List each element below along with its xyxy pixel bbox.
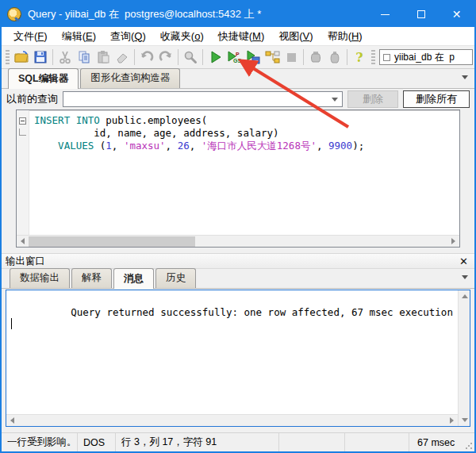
- minimize-button[interactable]: [367, 2, 403, 27]
- window-title: Query - yiibai_db 在 postgres@localhost:5…: [28, 7, 367, 21]
- jar-icon: [327, 49, 343, 65]
- paste-button[interactable]: [94, 48, 113, 67]
- scroll-down-icon[interactable]: [459, 414, 470, 426]
- svg-text:P: P: [236, 52, 240, 57]
- toolbar-separator: [52, 49, 53, 65]
- toolbar-grip[interactable]: [6, 50, 10, 64]
- help-icon: ?: [355, 50, 363, 65]
- close-icon: ✕: [452, 9, 462, 20]
- fold-margin[interactable]: [17, 110, 29, 235]
- output-tab-2[interactable]: 消息: [113, 268, 154, 289]
- toolbar-separator: [303, 49, 304, 65]
- delete-button[interactable]: 删除: [347, 90, 398, 108]
- copy-icon: [76, 49, 92, 65]
- open-folder-icon: [13, 49, 29, 65]
- toolbar-grip[interactable]: [371, 50, 375, 64]
- status-segment-1: DOS: [78, 433, 116, 451]
- fold-marker-0[interactable]: [17, 114, 29, 127]
- menu-item-q[interactable]: 查询(Q): [103, 27, 153, 46]
- query-window: Query - yiibai_db 在 postgres@localhost:5…: [0, 0, 476, 453]
- editor-horizontal-scrollbar[interactable]: [17, 235, 459, 247]
- scroll-left-icon[interactable]: [17, 236, 29, 248]
- editor-tab-1[interactable]: 图形化查询构造器: [80, 68, 180, 88]
- delete-all-button[interactable]: 删除所有: [403, 90, 470, 108]
- find-button[interactable]: [181, 48, 200, 67]
- status-segment-2: 行 3，列 17，字符 91: [116, 433, 279, 451]
- scroll-right-icon[interactable]: [446, 415, 458, 427]
- chevron-down-icon: [332, 98, 338, 102]
- fold-marker-1[interactable]: [17, 127, 29, 140]
- menu-item-e[interactable]: 编辑(E): [55, 27, 103, 46]
- output-tab-0[interactable]: 数据输出: [10, 268, 70, 288]
- toolbar-separator: [134, 49, 135, 65]
- scroll-right-icon[interactable]: [447, 236, 459, 248]
- message-wrap: Query returned successfully: one row aff…: [2, 289, 474, 427]
- output-tab-3[interactable]: 历史: [155, 268, 196, 288]
- output-tab-1[interactable]: 解释: [71, 268, 112, 288]
- close-button[interactable]: ✕: [439, 2, 474, 27]
- message-text-area[interactable]: Query returned successfully: one row aff…: [6, 290, 458, 414]
- sql-editor[interactable]: INSERT INTO public.employees( id, name, …: [16, 109, 460, 248]
- execute-to-file-icon: [245, 49, 261, 65]
- sql-line-2: VALUES (1, 'maxsu', 26, '海口市人民大道1268号', …: [34, 140, 459, 152]
- menu-item-o[interactable]: 收藏夹(o): [153, 27, 211, 46]
- eraser-icon: [114, 49, 130, 65]
- title-bar: Query - yiibai_db 在 postgres@localhost:5…: [2, 2, 474, 27]
- text-cursor: [11, 318, 12, 329]
- toolbar: P GS: [2, 46, 474, 69]
- redo-button[interactable]: [156, 48, 175, 67]
- cancel-query-button[interactable]: [282, 48, 301, 67]
- scissors-icon: [57, 49, 73, 65]
- editor-tab-0[interactable]: SQL编辑器: [8, 68, 79, 89]
- maximize-button[interactable]: [403, 2, 439, 27]
- scroll-left-icon[interactable]: [6, 415, 18, 427]
- editor-wrap: INSERT INTO public.employees( id, name, …: [2, 109, 474, 248]
- previous-query-combo[interactable]: [63, 91, 343, 107]
- status-bar: 一行受到影响。DOS行 3，列 17，字符 9167 msec: [2, 432, 474, 451]
- save-button[interactable]: [31, 48, 50, 67]
- tab-overflow-icon[interactable]: [462, 75, 468, 79]
- undo-button[interactable]: [137, 48, 156, 67]
- output-close-icon[interactable]: ✕: [459, 256, 468, 267]
- database-color-icon: [383, 54, 390, 61]
- query-result-message: Query returned successfully: one row aff…: [71, 306, 458, 318]
- macro-1-button[interactable]: [306, 48, 325, 67]
- execute-pgscript-button[interactable]: P GS: [225, 48, 244, 67]
- spacer: [2, 248, 474, 253]
- scrollbar-thumb[interactable]: [29, 236, 195, 247]
- open-file-button[interactable]: [12, 48, 31, 67]
- help-button[interactable]: ?: [350, 48, 369, 67]
- status-segment-3: [279, 433, 345, 451]
- redo-icon: [158, 49, 174, 65]
- menu-item-f[interactable]: 文件(F): [6, 27, 55, 46]
- stop-icon: [287, 53, 296, 62]
- message-panel: Query returned successfully: one row aff…: [6, 290, 470, 427]
- menu-item-v[interactable]: 视图(V): [271, 27, 320, 46]
- copy-button[interactable]: [75, 48, 94, 67]
- database-combo-text: yiibai_db 在 p: [394, 51, 455, 64]
- undo-icon: [139, 49, 155, 65]
- resize-grip-icon[interactable]: [465, 442, 473, 450]
- toolbar-separator: [178, 49, 178, 65]
- sql-editor-body[interactable]: INSERT INTO public.employees( id, name, …: [17, 110, 459, 235]
- message-horizontal-scrollbar[interactable]: [6, 414, 458, 426]
- sql-code-area[interactable]: INSERT INTO public.employees( id, name, …: [29, 110, 459, 235]
- scroll-up-icon[interactable]: [459, 290, 470, 302]
- menu-item-m[interactable]: 快捷键(M): [211, 27, 272, 46]
- sql-line-0: INSERT INTO public.employees(: [34, 114, 459, 127]
- message-vertical-scrollbar[interactable]: [458, 290, 470, 426]
- cut-button[interactable]: [56, 48, 75, 67]
- macro-2-button[interactable]: [325, 48, 344, 67]
- message-main: Query returned successfully: one row aff…: [6, 290, 458, 426]
- menu-item-h[interactable]: 帮助(H): [321, 27, 370, 46]
- spacer: [2, 427, 474, 432]
- paste-icon: [95, 49, 111, 65]
- execute-query-button[interactable]: [205, 48, 225, 67]
- status-segment-4: [345, 433, 409, 451]
- database-combo[interactable]: yiibai_db 在 p: [379, 49, 473, 65]
- pgscript-icon: P GS: [226, 49, 242, 65]
- output-tab-overflow-icon[interactable]: [462, 275, 468, 279]
- explain-query-button[interactable]: [263, 48, 282, 67]
- execute-to-file-button[interactable]: [244, 48, 263, 67]
- clear-window-button[interactable]: [113, 48, 132, 67]
